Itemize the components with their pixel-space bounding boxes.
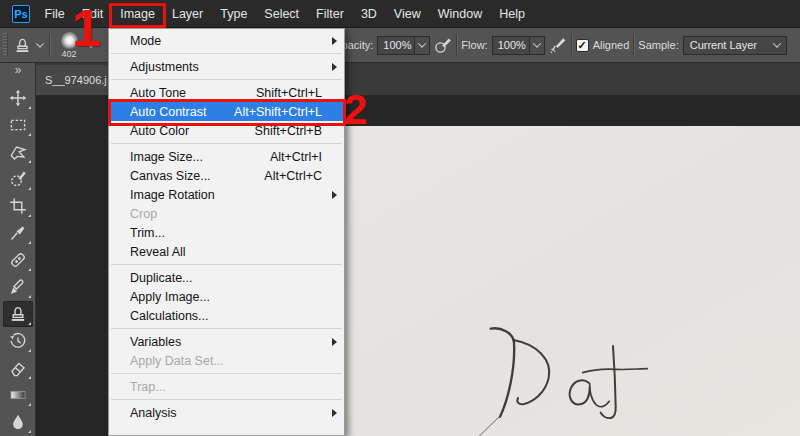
submenu-arrow-icon — [332, 409, 337, 417]
move-tool-icon — [9, 89, 27, 107]
menu-separator — [111, 53, 342, 54]
move-tool[interactable] — [3, 85, 33, 111]
opacity-field[interactable]: 100% — [377, 36, 430, 55]
menu-item-calculations[interactable]: Calculations... — [109, 306, 344, 325]
eraser-tool-icon — [9, 359, 27, 377]
menu-file[interactable]: File — [36, 0, 73, 28]
menu-item-reveal-all[interactable]: Reveal All — [109, 242, 344, 261]
flow-chevron-icon — [530, 36, 545, 55]
menu-edit[interactable]: Edit — [73, 0, 112, 28]
menu-item-shortcut: Shift+Ctrl+B — [255, 124, 322, 138]
clone-stamp-preset-icon[interactable] — [14, 37, 31, 54]
spot-healing-brush-tool-icon — [9, 251, 27, 269]
history-brush-tool-icon — [9, 332, 27, 350]
menu-3d[interactable]: 3D — [352, 0, 385, 28]
menu-layer[interactable]: Layer — [163, 0, 211, 28]
menu-item-apply-data-set[interactable]: Apply Data Set... — [109, 351, 344, 370]
menu-item-label: Crop — [130, 207, 157, 221]
eraser-tool[interactable] — [3, 355, 33, 381]
menu-item-auto-contrast[interactable]: Auto ContrastAlt+Shift+Ctrl+L — [109, 102, 344, 121]
brush-preview-icon — [61, 32, 78, 49]
menu-item-auto-color[interactable]: Auto ColorShift+Ctrl+B — [109, 121, 344, 140]
quick-selection-tool[interactable] — [3, 166, 33, 192]
photoshop-window: Ps FileEditImageLayerTypeSelectFilter3DV… — [0, 0, 800, 436]
menu-image[interactable]: Image — [112, 0, 164, 28]
airbrush-icon[interactable] — [549, 36, 567, 54]
options-bar-grip[interactable] — [3, 33, 8, 57]
menu-help[interactable]: Help — [491, 0, 534, 28]
menu-item-trim[interactable]: Trim... — [109, 223, 344, 242]
spot-healing-brush-tool[interactable] — [3, 247, 33, 273]
menu-item-label: Auto Color — [130, 124, 189, 138]
menu-item-crop[interactable]: Crop — [109, 204, 344, 223]
menu-separator — [111, 79, 342, 80]
divider — [456, 34, 457, 56]
menu-item-label: Duplicate... — [130, 271, 193, 285]
menu-item-label: Variables — [130, 335, 181, 349]
menu-select[interactable]: Select — [256, 0, 308, 28]
menu-item-shortcut: Alt+Ctrl+I — [270, 150, 322, 164]
sample-dropdown[interactable]: Current Layer — [683, 36, 787, 55]
flow-value: 100% — [492, 36, 530, 55]
rectangular-marquee-tool[interactable] — [3, 112, 33, 138]
menu-item-label: Analysis — [130, 406, 177, 420]
menu-item-analysis[interactable]: Analysis — [109, 403, 344, 422]
menu-item-shortcut: Alt+Ctrl+C — [264, 169, 322, 183]
brush-tool[interactable] — [3, 274, 33, 300]
menu-item-image-rotation[interactable]: Image Rotation — [109, 185, 344, 204]
eyedropper-tool[interactable] — [3, 220, 33, 246]
lasso-tool[interactable] — [3, 139, 33, 165]
menu-item-label: Apply Image... — [130, 290, 210, 304]
menu-window[interactable]: Window — [429, 0, 490, 28]
flow-field[interactable]: 100% — [492, 36, 545, 55]
menu-item-label: Auto Contrast — [130, 105, 206, 119]
menu-item-variables[interactable]: Variables — [109, 332, 344, 351]
opacity-value: 100% — [377, 36, 415, 55]
menu-view[interactable]: View — [385, 0, 429, 28]
lasso-tool-icon — [9, 143, 27, 161]
aligned-checkbox[interactable]: ✓ — [576, 39, 589, 52]
photo-paper[interactable] — [340, 126, 800, 436]
collapse-panel-icon[interactable]: » — [15, 63, 21, 78]
divider — [571, 34, 572, 56]
document-tab-title: S__974906.j — [45, 74, 107, 86]
menu-item-canvas-size[interactable]: Canvas Size...Alt+Ctrl+C — [109, 166, 344, 185]
menu-item-auto-tone[interactable]: Auto ToneShift+Ctrl+L — [109, 83, 344, 102]
brush-preset-picker[interactable]: 402 — [56, 32, 82, 59]
handwritten-signature — [450, 300, 800, 436]
menu-item-label: Trim... — [130, 226, 165, 240]
divider — [49, 34, 50, 56]
sample-chevron-icon — [772, 39, 780, 47]
menu-item-image-size[interactable]: Image Size...Alt+Ctrl+I — [109, 147, 344, 166]
menu-item-duplicate[interactable]: Duplicate... — [109, 268, 344, 287]
opacity-pressure-icon[interactable] — [434, 36, 452, 54]
menu-item-apply-image[interactable]: Apply Image... — [109, 287, 344, 306]
menu-separator — [111, 264, 342, 265]
blur-tool[interactable] — [3, 409, 33, 435]
menu-item-shortcut: Alt+Shift+Ctrl+L — [234, 105, 322, 119]
crop-tool-icon — [9, 197, 27, 215]
clone-stamp-tool-icon — [9, 305, 27, 323]
gradient-tool-icon — [9, 386, 27, 404]
history-brush-tool[interactable] — [3, 328, 33, 354]
menu-filter[interactable]: Filter — [308, 0, 353, 28]
brush-tool-icon — [9, 278, 27, 296]
tool-preset-chevron-icon[interactable] — [36, 39, 44, 47]
menu-type[interactable]: Type — [212, 0, 256, 28]
menu-item-adjustments[interactable]: Adjustments — [109, 57, 344, 76]
crop-tool[interactable] — [3, 193, 33, 219]
clone-stamp-tool[interactable] — [3, 301, 33, 327]
menu-item-label: Calculations... — [130, 309, 209, 323]
menu-item-trap[interactable]: Trap... — [109, 377, 344, 396]
menu-item-label: Apply Data Set... — [130, 354, 224, 368]
blur-tool-icon — [9, 413, 27, 431]
menu-items: FileEditImageLayerTypeSelectFilter3DView… — [36, 0, 533, 28]
submenu-arrow-icon — [332, 37, 337, 45]
quick-selection-tool-icon — [9, 170, 27, 188]
gradient-tool[interactable] — [3, 382, 33, 408]
flow-label: Flow: — [461, 39, 487, 51]
menu-item-mode[interactable]: Mode — [109, 31, 344, 50]
sample-label: Sample: — [638, 39, 678, 51]
brush-picker-chevron-icon[interactable] — [87, 39, 95, 47]
submenu-arrow-icon — [332, 63, 337, 71]
